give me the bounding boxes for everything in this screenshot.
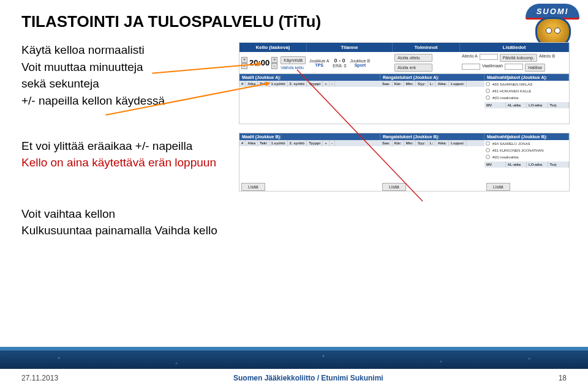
svg-line-0 [297,70,423,201]
bullet-6: Voit vaihtaa kellon [21,206,233,222]
bullet-5: Kello on aina käytettävä erän loppuun [21,155,233,171]
bullet-4: Et voi ylittää eräaikaa +/- napeilla [21,138,233,154]
footer-center: Suomen Jääkiekkoliitto / Etunimi Sukunim… [233,374,383,382]
footer-date: 27.11.2013 [21,374,58,382]
page-title: TILASTOINTI JA TULOSPALVELU (TiTu) [21,12,570,31]
bullet-3a: sekä sekunteja [21,77,99,90]
bullet-1: Käytä kelloa normaalisti [21,42,233,58]
bullet-2: Voit muuttaa minuutteja [21,59,233,75]
red-annotation-line [239,42,570,250]
bullet-7: Kulkusuuntaa painamalla Vaihda kello [21,223,233,239]
footer-bar [0,351,588,369]
footer-page: 18 [559,374,567,382]
bullet-column: Käytä kelloa normaalisti Voit muuttaa mi… [21,42,233,240]
